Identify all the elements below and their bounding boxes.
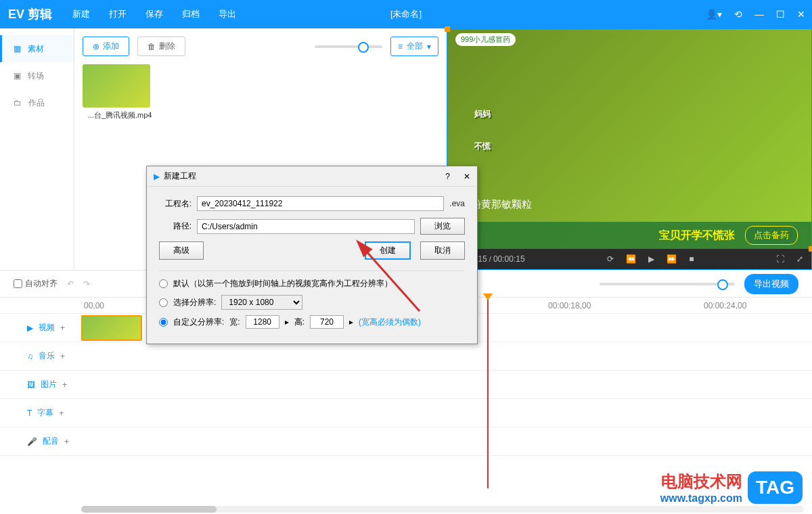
undo-icon[interactable]: ↶ bbox=[67, 279, 74, 289]
track-label: 音乐 bbox=[39, 350, 55, 362]
video-clip[interactable] bbox=[81, 315, 142, 341]
user-icon[interactable]: 👤▾ bbox=[706, 9, 722, 20]
width-input[interactable] bbox=[246, 315, 279, 329]
document-title: [未命名] bbox=[390, 8, 422, 20]
media-item[interactable]: ...台_腾讯视频.mp4 bbox=[83, 64, 157, 120]
menu-new[interactable]: 新建 bbox=[72, 8, 90, 20]
minimize-icon[interactable]: — bbox=[754, 9, 764, 20]
project-name-input[interactable] bbox=[197, 196, 444, 211]
plus-icon[interactable]: + bbox=[60, 352, 65, 361]
autosnap-checkbox[interactable]: 自动对齐 bbox=[14, 278, 58, 289]
name-label: 工程名: bbox=[159, 198, 191, 210]
ad-banner: 宝贝开学不慌张 点击备药 bbox=[447, 222, 811, 249]
grid-icon: ▦ bbox=[14, 44, 21, 53]
track-label: 视频 bbox=[39, 322, 55, 333]
create-button[interactable]: 创建 bbox=[365, 241, 411, 260]
ruler-tick: 00:00:24,00 bbox=[704, 301, 746, 310]
play-icon[interactable]: ▶ bbox=[648, 254, 654, 264]
horizontal-scrollbar[interactable] bbox=[81, 506, 804, 513]
folder-icon: 🗀 bbox=[14, 98, 22, 108]
filter-dropdown[interactable]: ≡全部▾ bbox=[390, 37, 438, 56]
sidebar: ▦素材 ▣转场 🗀作品 bbox=[0, 28, 74, 270]
even-note: (宽高必须为偶数) bbox=[359, 317, 421, 328]
dialog-title: 新建工程 bbox=[164, 170, 196, 182]
menu-save[interactable]: 保存 bbox=[145, 8, 163, 20]
list-icon: ≡ bbox=[398, 42, 403, 51]
sidebar-item-transition[interactable]: ▣转场 bbox=[0, 62, 74, 89]
sidebar-label: 素材 bbox=[28, 43, 44, 55]
track-image[interactable]: 🖼图片+ bbox=[0, 371, 812, 399]
close-icon[interactable]: ✕ bbox=[797, 9, 805, 20]
radio-custom-label: 自定义分辨率: bbox=[173, 317, 224, 328]
play-icon: ▶ bbox=[154, 172, 160, 181]
maximize-icon[interactable]: ☐ bbox=[776, 9, 785, 20]
browse-button[interactable]: 浏览 bbox=[420, 218, 465, 235]
media-filename: ...台_腾讯视频.mp4 bbox=[83, 110, 157, 120]
sidebar-item-material[interactable]: ▦素材 bbox=[0, 35, 74, 62]
track-subtitle[interactable]: T字幕+ bbox=[0, 399, 812, 427]
titlebar: EV 剪辑 新建 打开 保存 归档 导出 [未命名] 👤▾ ⟲ — ☐ ✕ bbox=[0, 0, 812, 28]
crop-icon[interactable]: ⛶ bbox=[776, 254, 784, 264]
thumb-zoom-slider[interactable] bbox=[315, 45, 382, 48]
main-menu: 新建 打开 保存 归档 导出 bbox=[72, 8, 236, 20]
mic-icon: 🎤 bbox=[27, 437, 37, 446]
watermark-tag: TAG bbox=[748, 471, 803, 504]
advanced-button[interactable]: 高级 bbox=[159, 241, 204, 260]
chevron-down-icon: ▾ bbox=[427, 42, 431, 51]
plus-icon[interactable]: + bbox=[62, 380, 67, 390]
watermark: 电脑技术网 www.tagxp.com TAG bbox=[660, 471, 803, 505]
fullscreen-icon[interactable]: ⤢ bbox=[796, 254, 803, 264]
plus-icon[interactable]: + bbox=[64, 437, 69, 446]
help-icon[interactable]: ? bbox=[445, 172, 450, 181]
radio-select-label: 选择分辨率: bbox=[173, 297, 216, 308]
menu-export[interactable]: 导出 bbox=[219, 8, 236, 20]
spin-icon[interactable]: ▸ bbox=[285, 317, 289, 327]
height-input[interactable] bbox=[310, 315, 344, 329]
plus-icon[interactable]: + bbox=[60, 323, 65, 333]
track-label: 配音 bbox=[43, 436, 59, 447]
project-path-input[interactable] bbox=[197, 219, 415, 234]
ruler-tick: 00:00:18,00 bbox=[548, 301, 591, 310]
ad-headline: 妈妈不慌 bbox=[474, 90, 491, 156]
autosnap-input[interactable] bbox=[14, 279, 22, 288]
sync-icon[interactable]: ⟲ bbox=[734, 9, 742, 20]
sidebar-item-works[interactable]: 🗀作品 bbox=[0, 89, 74, 116]
ad-cta-button[interactable]: 点击备药 bbox=[745, 226, 798, 245]
height-label: 高: bbox=[294, 317, 304, 328]
dialog-close-icon[interactable]: ✕ bbox=[464, 172, 470, 181]
export-video-button[interactable]: 导出视频 bbox=[744, 274, 798, 294]
add-button[interactable]: ⊕添加 bbox=[83, 37, 129, 56]
menu-open[interactable]: 打开 bbox=[109, 8, 127, 20]
autosnap-label: 自动对齐 bbox=[25, 278, 58, 289]
ad-banner-text: 宝贝开学不慌张 bbox=[659, 229, 735, 243]
spin-icon[interactable]: ▸ bbox=[349, 317, 353, 327]
stop-icon[interactable]: ■ bbox=[689, 254, 694, 264]
cancel-button[interactable]: 取消 bbox=[420, 241, 465, 260]
loop-icon[interactable]: ⟳ bbox=[607, 254, 614, 264]
image-icon: 🖼 bbox=[27, 380, 35, 390]
file-ext: .eva bbox=[449, 199, 465, 208]
resolution-select[interactable]: 1920 x 1080 bbox=[221, 295, 302, 310]
radio-default[interactable] bbox=[159, 279, 168, 288]
radio-default-label: 默认（以第一个拖放到时间轴上的视频宽高作为工程分辨率） bbox=[173, 278, 392, 289]
forward-icon[interactable]: ⏩ bbox=[667, 254, 677, 264]
track-music[interactable]: ♫音乐+ bbox=[0, 342, 812, 371]
menu-archive[interactable]: 归档 bbox=[182, 8, 200, 20]
transition-icon: ▣ bbox=[14, 71, 21, 80]
path-label: 路径: bbox=[159, 220, 191, 232]
track-voice[interactable]: 🎤配音+ bbox=[0, 427, 812, 456]
ruler-tick: 00,00 bbox=[84, 301, 104, 310]
delete-button[interactable]: 🗑删除 bbox=[137, 37, 185, 56]
playhead[interactable] bbox=[487, 299, 489, 488]
radio-select[interactable] bbox=[159, 298, 168, 307]
plus-icon[interactable]: + bbox=[59, 408, 64, 418]
watermark-title: 电脑技术网 bbox=[660, 471, 742, 492]
app-logo: EV 剪辑 bbox=[8, 6, 52, 22]
rewind-icon[interactable]: ⏪ bbox=[626, 254, 636, 264]
redo-icon[interactable]: ↷ bbox=[83, 279, 90, 289]
width-label: 宽: bbox=[229, 317, 240, 328]
preview-canvas[interactable]: 999小儿感冒药 妈妈不慌 氨酚黄那敏颗粒 宝贝开学不慌张 点击备药 bbox=[447, 29, 811, 249]
timeline-zoom-slider[interactable] bbox=[600, 283, 735, 285]
add-icon: ⊕ bbox=[93, 42, 99, 51]
radio-custom[interactable] bbox=[159, 318, 168, 327]
